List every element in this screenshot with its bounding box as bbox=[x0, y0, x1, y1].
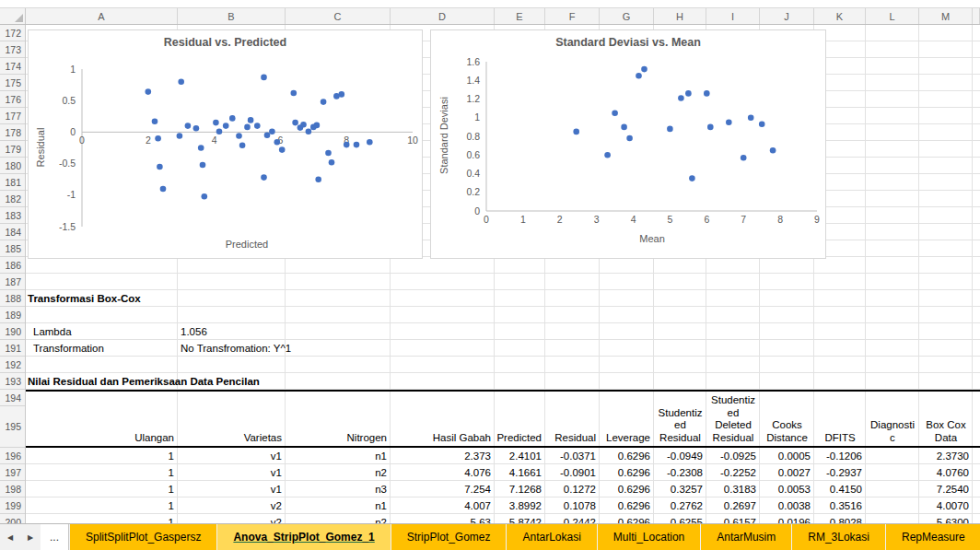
data-point[interactable] bbox=[269, 128, 275, 135]
row-header-173[interactable]: 173 bbox=[0, 41, 25, 58]
data-point[interactable] bbox=[770, 147, 776, 154]
sheet-tab-splitsplitplot-gaspersz[interactable]: SplitSplitPlot_Gaspersz bbox=[70, 524, 216, 550]
row-header-187[interactable]: 187 bbox=[0, 274, 25, 290]
data-point[interactable] bbox=[314, 123, 321, 129]
table-cell[interactable]: 2.3730 bbox=[919, 448, 973, 464]
column-header-D[interactable]: D bbox=[391, 8, 495, 24]
table-cell[interactable]: -0.6255 bbox=[654, 514, 706, 523]
row-header-172[interactable]: 172 bbox=[0, 25, 25, 41]
data-point[interactable] bbox=[573, 129, 579, 135]
table-cell[interactable]: 0.2762 bbox=[654, 497, 706, 514]
row-header-195[interactable]: 195 bbox=[0, 406, 25, 448]
table-cell[interactable]: -0.6157 bbox=[706, 514, 760, 523]
data-point[interactable] bbox=[325, 150, 332, 157]
data-point[interactable] bbox=[704, 90, 710, 97]
data-point[interactable] bbox=[157, 164, 163, 170]
row-header-181[interactable]: 181 bbox=[0, 174, 25, 191]
table-cell[interactable]: -0.2937 bbox=[814, 464, 866, 481]
column-header-A[interactable]: A bbox=[26, 8, 178, 24]
row-header-176[interactable]: 176 bbox=[0, 91, 25, 108]
row-header-192[interactable]: 192 bbox=[0, 357, 25, 373]
table-header-cell[interactable]: Hasil Gabah bbox=[391, 392, 495, 446]
data-point[interactable] bbox=[741, 155, 747, 161]
column-header-B[interactable]: B bbox=[178, 8, 286, 24]
table-cell[interactable]: 3.8992 bbox=[495, 497, 545, 514]
data-point[interactable] bbox=[264, 133, 271, 139]
table-header-cell[interactable]: Nitrogen bbox=[286, 392, 391, 446]
table-header-cell[interactable]: Studentiz ed Residual bbox=[654, 392, 706, 446]
chart-stddev-vs-mean[interactable]: 012345678900.20.40.60.811.21.41.6 Standa… bbox=[430, 29, 826, 259]
table-cell[interactable]: -0.1206 bbox=[814, 448, 866, 464]
data-point[interactable] bbox=[748, 115, 754, 122]
data-point[interactable] bbox=[367, 139, 373, 146]
table-cell[interactable]: -0.0925 bbox=[706, 448, 760, 464]
data-point[interactable] bbox=[707, 124, 714, 131]
data-point[interactable] bbox=[261, 75, 267, 81]
row-header-193[interactable]: 193 bbox=[0, 373, 25, 390]
row-header-174[interactable]: 174 bbox=[0, 58, 25, 75]
table-cell[interactable]: 0.1078 bbox=[545, 497, 600, 514]
table-cell[interactable]: -0.2308 bbox=[654, 464, 706, 481]
select-all-button[interactable] bbox=[0, 8, 26, 24]
table-header-cell[interactable]: Studentiz ed Deleted Residual bbox=[706, 392, 760, 446]
table-header-cell[interactable]: Varietas bbox=[178, 392, 286, 446]
table-header-cell[interactable]: Cooks Distance bbox=[760, 392, 814, 446]
data-point[interactable] bbox=[667, 126, 673, 133]
row-header-177[interactable]: 177 bbox=[0, 108, 25, 124]
row-header-189[interactable]: 189 bbox=[0, 307, 25, 323]
data-point[interactable] bbox=[604, 152, 611, 158]
table-cell[interactable]: v1 bbox=[178, 464, 286, 481]
data-point[interactable] bbox=[636, 73, 642, 79]
data-point[interactable] bbox=[354, 142, 360, 148]
data-point[interactable] bbox=[678, 95, 684, 101]
table-cell[interactable]: 0.0196 bbox=[760, 514, 814, 523]
data-point[interactable] bbox=[202, 193, 208, 200]
data-point[interactable] bbox=[292, 120, 298, 126]
data-point[interactable] bbox=[178, 78, 184, 85]
data-point[interactable] bbox=[726, 120, 732, 126]
table-cell[interactable]: n1 bbox=[286, 448, 391, 464]
table-cell[interactable]: n3 bbox=[286, 481, 391, 497]
cell-lambda-value[interactable]: 1.056 bbox=[181, 323, 207, 340]
table-cell[interactable]: 7.2540 bbox=[919, 481, 973, 497]
data-point[interactable] bbox=[641, 66, 648, 73]
table-cell[interactable]: 5.6300 bbox=[919, 514, 973, 523]
table-cell[interactable]: 0.6296 bbox=[600, 464, 654, 481]
data-point[interactable] bbox=[248, 117, 254, 123]
row-header-185[interactable]: 185 bbox=[0, 240, 25, 257]
table-cell[interactable]: 0.0005 bbox=[760, 448, 814, 464]
row-header-188[interactable]: 188 bbox=[0, 290, 25, 307]
sheet-tab-rm-3lokasi[interactable]: RM_3Lokasi bbox=[792, 524, 885, 550]
data-point[interactable] bbox=[685, 90, 692, 97]
data-point[interactable] bbox=[339, 91, 345, 98]
cell-boxcox-title[interactable]: Transformasi Box-Cox bbox=[28, 290, 141, 307]
table-cell[interactable]: n1 bbox=[286, 497, 391, 514]
sheet-tab-overflow[interactable]: ... bbox=[41, 524, 69, 550]
data-point[interactable] bbox=[146, 88, 152, 95]
table-cell[interactable]: 2.4101 bbox=[495, 448, 545, 464]
chart-residual-vs-predicted[interactable]: 024681010.50-0.5-1-1.5 Residual vs. Pred… bbox=[28, 29, 423, 259]
data-point[interactable] bbox=[216, 128, 223, 135]
data-point[interactable] bbox=[759, 122, 765, 128]
data-point[interactable] bbox=[291, 90, 298, 97]
data-point[interactable] bbox=[321, 99, 327, 105]
data-point[interactable] bbox=[244, 124, 251, 131]
column-header-J[interactable]: J bbox=[760, 8, 814, 24]
table-header-cell[interactable]: Residual bbox=[545, 392, 600, 446]
row-header-190[interactable]: 190 bbox=[0, 323, 25, 340]
data-point[interactable] bbox=[261, 174, 267, 181]
table-header-cell[interactable]: Predicted bbox=[495, 392, 545, 446]
data-point[interactable] bbox=[279, 146, 286, 153]
table-cell[interactable]: 5.8742 bbox=[495, 514, 545, 523]
sheet-grid[interactable]: Transformasi Box-Cox Lambda 1.056 Transf… bbox=[26, 25, 980, 523]
data-point[interactable] bbox=[198, 145, 204, 151]
data-point[interactable] bbox=[300, 122, 307, 128]
sheet-tab-anova-stripplot-gomez-1[interactable]: Anova_StripPlot_Gomez_1 bbox=[217, 524, 390, 550]
table-cell[interactable]: -0.0949 bbox=[654, 448, 706, 464]
data-point[interactable] bbox=[200, 162, 206, 169]
table-cell[interactable]: 0.4150 bbox=[814, 481, 866, 497]
table-cell[interactable]: 7.1268 bbox=[495, 481, 545, 497]
table-cell[interactable]: 0.0053 bbox=[760, 481, 814, 497]
table-cell[interactable]: 0.3183 bbox=[706, 481, 760, 497]
table-cell[interactable]: n2 bbox=[286, 464, 391, 481]
